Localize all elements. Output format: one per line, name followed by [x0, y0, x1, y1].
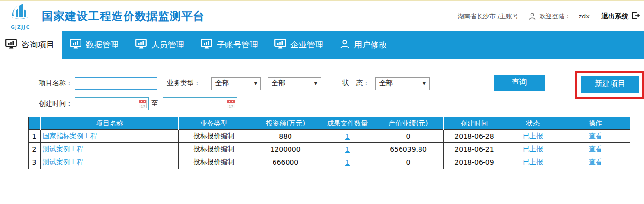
row-index: 3: [29, 156, 41, 169]
nav-label: 子账号管理: [217, 39, 258, 50]
view-link[interactable]: 查看: [589, 158, 602, 166]
logout-label: 退出系统: [601, 12, 628, 21]
view-link[interactable]: 查看: [589, 145, 602, 153]
investment-cell: 880: [249, 130, 322, 143]
person-icon: [340, 39, 350, 51]
status-badge: 已上报: [523, 132, 543, 140]
file-count-link[interactable]: 1: [345, 132, 350, 140]
content-panel: 项目名称： 业务类型： 全部 ▼ 全部 ▼ 状 态： 全部 ▼ 创建时间： 17…: [28, 69, 629, 204]
nav-item-enterprise-management[interactable]: 企业管理: [266, 31, 332, 59]
welcome-label: 欢迎登陆：: [539, 12, 571, 21]
nav-label: 用户修改: [354, 39, 387, 50]
user-info-bar: 湖南省长沙市 /主账号 欢迎登陆： zdx 退出系统: [458, 12, 640, 21]
to-label: 至: [151, 99, 158, 108]
col-header-investment: 投资额(万元): [249, 117, 322, 130]
row-index: 2: [29, 143, 41, 156]
table-row: 1 国家指标案例工程 投标报价编制 880 1 0 2018-06-28 已上报…: [29, 130, 630, 143]
calendar-icon[interactable]: 17: [139, 100, 147, 108]
select-value: 全部: [379, 79, 393, 88]
created-time-label: 创建时间：: [39, 99, 73, 108]
col-header-project-name: 项目名称: [41, 117, 179, 130]
search-button[interactable]: 查询: [494, 75, 545, 91]
nav-item-user-modify[interactable]: 用户修改: [332, 31, 395, 59]
investment-cell: 1200000: [249, 143, 322, 156]
chevron-down-icon: ▼: [423, 81, 426, 86]
monitor-chart-icon: [201, 39, 212, 51]
main-nav: 咨询项目 数据管理 人员管理 子账号管理 企业管理 用户修改: [0, 31, 644, 59]
business-type-cell: 投标报价编制: [179, 156, 249, 169]
select-value: 全部: [215, 79, 229, 88]
nav-item-subaccount-management[interactable]: 子账号管理: [193, 31, 266, 59]
calendar-day: 17: [141, 105, 145, 109]
nav-item-data-management[interactable]: 数据管理: [62, 31, 127, 59]
nav-label: 人员管理: [151, 39, 184, 50]
status-badge: 已上报: [523, 158, 543, 166]
username: zdx: [579, 13, 590, 20]
project-name-link[interactable]: 测试案例工程: [43, 158, 83, 166]
file-count-link[interactable]: 1: [345, 145, 350, 153]
col-header-status: 状态: [505, 117, 561, 130]
col-header-output-value: 产值业绩(元): [373, 117, 444, 130]
logout-icon: [632, 12, 640, 21]
nav-label: 咨询项目: [21, 39, 54, 50]
col-header-business-type: 业务类型: [179, 117, 249, 130]
business-type-cell: 投标报价编制: [179, 143, 249, 156]
status-select[interactable]: 全部 ▼: [375, 77, 430, 90]
region-account-text: 湖南省长沙市 /主账号: [458, 12, 519, 21]
calendar-icon[interactable]: 17: [227, 100, 235, 108]
logo-icon: [8, 3, 33, 25]
file-count-link[interactable]: 1: [345, 158, 350, 166]
table-row: 2 测试案例工程 投标报价编制 1200000 1 656039.80 2018…: [29, 143, 630, 156]
status-label: 状 态：: [342, 79, 370, 88]
filter-row-2: 创建时间： 17 至 17: [28, 96, 629, 111]
col-header-index: [29, 117, 41, 130]
project-name-link[interactable]: 测试案例工程: [43, 145, 83, 153]
table-header-row: 项目名称 业务类型 投资额(万元) 成果文件数量 产值业绩(元) 创建时间 状态…: [29, 117, 630, 130]
output-value-cell: 0: [373, 130, 444, 143]
view-link[interactable]: 查看: [589, 132, 602, 140]
chevron-down-icon: ▼: [254, 81, 257, 86]
project-name-link[interactable]: 国家指标案例工程: [43, 132, 97, 140]
status-badge: 已上报: [523, 145, 543, 153]
col-header-actions: 操作: [561, 117, 630, 130]
col-header-created-time: 创建时间: [444, 117, 505, 130]
project-name-input[interactable]: [75, 77, 157, 90]
output-value-cell: 656039.80: [373, 143, 444, 156]
business-type-select-1[interactable]: 全部 ▼: [211, 77, 261, 90]
date-from-input[interactable]: 17: [75, 97, 149, 110]
monitor-chart-icon: [135, 39, 147, 51]
business-type-label: 业务类型：: [167, 79, 201, 88]
date-to-input[interactable]: 17: [163, 97, 237, 110]
chevron-down-icon: ▼: [314, 81, 317, 86]
row-index: 1: [29, 130, 41, 143]
select-value: 全部: [272, 79, 285, 88]
table-row: 3 测试案例工程 投标报价编制 666000 1 0 2018-06-09 已上…: [29, 156, 630, 169]
projects-table: 项目名称 业务类型 投资额(万元) 成果文件数量 产值业绩(元) 创建时间 状态…: [28, 117, 630, 169]
monitor-chart-icon: [5, 39, 17, 51]
calendar-day: 17: [229, 105, 233, 109]
new-project-button[interactable]: 新建项目: [581, 76, 639, 93]
monitor-chart-icon: [274, 39, 286, 51]
logo-text: GJZJJC: [11, 25, 30, 30]
created-time-cell: 2018-06-09: [444, 156, 505, 169]
project-name-label: 项目名称：: [39, 79, 73, 88]
user-icon: [528, 12, 536, 20]
logout-button[interactable]: 退出系统: [601, 12, 640, 21]
created-time-cell: 2018-06-21: [444, 143, 505, 156]
nav-item-consulting-projects[interactable]: 咨询项目: [0, 31, 62, 59]
business-type-cell: 投标报价编制: [179, 130, 249, 143]
output-value-cell: 0: [373, 156, 444, 169]
business-type-select-2[interactable]: 全部 ▼: [268, 77, 321, 90]
created-time-cell: 2018-06-28: [444, 130, 505, 143]
page-title: 国家建设工程造价数据监测平台: [42, 9, 205, 24]
investment-cell: 666000: [249, 156, 322, 169]
app-header: GJZJJC 国家建设工程造价数据监测平台 湖南省长沙市 /主账号 欢迎登陆： …: [0, 1, 644, 31]
app-logo: GJZJJC: [8, 3, 33, 30]
nav-label: 企业管理: [290, 39, 323, 50]
monitor-chart-icon: [70, 39, 81, 51]
col-header-file-count: 成果文件数量: [322, 117, 373, 130]
nav-item-personnel-management[interactable]: 人员管理: [127, 31, 193, 59]
nav-label: 数据管理: [86, 39, 119, 50]
